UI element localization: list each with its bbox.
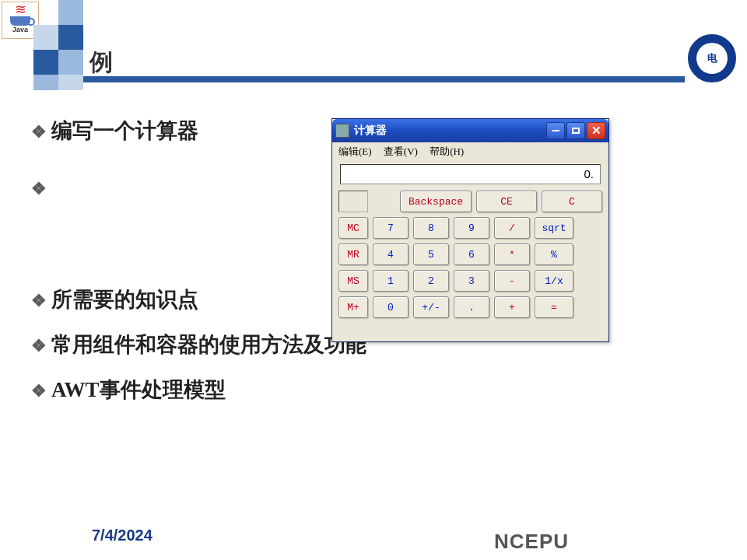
- digit-1-button[interactable]: 1: [373, 270, 409, 292]
- sqrt-button[interactable]: sqrt: [535, 217, 573, 239]
- crest-icon: 电: [696, 43, 728, 74]
- memory-indicator: [338, 191, 368, 212]
- plus-button[interactable]: +: [494, 296, 530, 318]
- minimize-icon: [552, 130, 559, 131]
- calc-menubar: 编辑(E) 查看(V) 帮助(H): [332, 142, 608, 161]
- ce-button[interactable]: CE: [476, 191, 537, 212]
- menu-edit[interactable]: 编辑(E): [338, 145, 372, 157]
- ms-button[interactable]: MS: [338, 270, 368, 292]
- c-button[interactable]: C: [542, 191, 602, 212]
- mplus-button[interactable]: M+: [338, 296, 368, 318]
- java-steam-icon: ≋: [2, 4, 38, 15]
- decor-square: [58, 75, 83, 90]
- negate-button[interactable]: +/-: [413, 296, 449, 318]
- calc-app-icon: [335, 124, 349, 138]
- close-button[interactable]: ✕: [587, 122, 605, 139]
- university-crest: 电: [688, 34, 736, 82]
- backspace-button[interactable]: Backspace: [400, 191, 472, 212]
- percent-button[interactable]: %: [535, 243, 573, 265]
- divide-button[interactable]: /: [494, 217, 530, 239]
- decor-square: [58, 25, 83, 50]
- calculator-window: 计算器 ✕ 编辑(E) 查看(V) 帮助(H) 0. Backspace CE …: [331, 118, 609, 342]
- digit-0-button[interactable]: 0: [373, 296, 409, 318]
- menu-view[interactable]: 查看(V): [384, 145, 418, 157]
- digit-2-button[interactable]: 2: [413, 270, 449, 292]
- java-cup-icon: [10, 16, 30, 26]
- minimize-button[interactable]: [546, 122, 565, 139]
- mr-button[interactable]: MR: [338, 243, 368, 265]
- slide-title: 例: [89, 47, 113, 79]
- decor-square: [58, 0, 83, 25]
- digit-5-button[interactable]: 5: [413, 243, 449, 265]
- mc-button[interactable]: MC: [338, 217, 368, 239]
- decor-square: [33, 50, 58, 75]
- minus-button[interactable]: -: [494, 270, 530, 292]
- footer-org: NCEPU: [494, 530, 569, 554]
- title-underline: [83, 45, 685, 82]
- decor-square: [33, 75, 58, 90]
- footer-date: 7/4/2024: [92, 527, 153, 544]
- menu-help[interactable]: 帮助(H): [430, 145, 464, 157]
- bullet-item: AWT事件处理模型: [31, 376, 716, 404]
- close-icon: ✕: [591, 124, 601, 138]
- digit-6-button[interactable]: 6: [454, 243, 489, 265]
- digit-7-button[interactable]: 7: [373, 217, 409, 239]
- decor-square: [58, 50, 83, 75]
- digit-3-button[interactable]: 3: [454, 270, 489, 292]
- calc-window-title: 计算器: [354, 124, 387, 138]
- multiply-button[interactable]: *: [494, 243, 530, 265]
- calc-clear-row: Backspace CE C: [332, 189, 608, 214]
- digit-8-button[interactable]: 8: [413, 217, 449, 239]
- calc-display: 0.: [340, 164, 601, 184]
- calc-keypad: MC 7 8 9 / sqrt MR 4 5 6 * % MS 1 2 3 - …: [332, 214, 608, 321]
- digit-4-button[interactable]: 4: [373, 243, 409, 265]
- reciprocal-button[interactable]: 1/x: [535, 270, 573, 292]
- calc-titlebar[interactable]: 计算器 ✕: [332, 119, 608, 142]
- decor-square: [33, 25, 58, 50]
- maximize-button[interactable]: [566, 122, 585, 139]
- equals-button[interactable]: =: [535, 296, 573, 318]
- digit-9-button[interactable]: 9: [454, 217, 489, 239]
- decimal-button[interactable]: .: [454, 296, 489, 318]
- maximize-icon: [572, 128, 580, 134]
